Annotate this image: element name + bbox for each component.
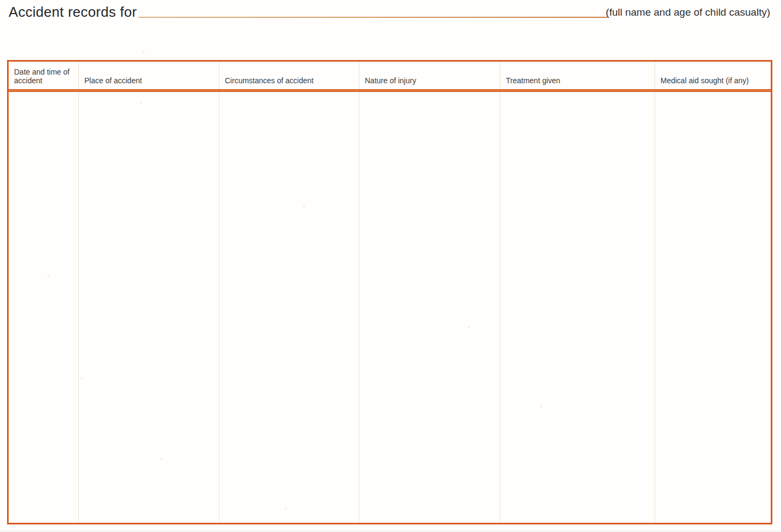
scan-speck <box>143 52 144 53</box>
body-cell-place[interactable] <box>79 92 219 523</box>
page-title: Accident records for <box>9 4 137 21</box>
header-label: Place of accident <box>84 76 142 85</box>
table-body-row <box>9 92 771 523</box>
body-cell-treatment[interactable] <box>500 92 655 523</box>
header-cell-nature-of-injury: Nature of injury <box>359 62 500 89</box>
header-cell-medical-aid: Medical aid sought (if any) <box>655 62 771 89</box>
body-cell-nature-of-injury[interactable] <box>359 92 500 523</box>
scan-edge-shading <box>0 529 781 532</box>
accident-records-table: Date and time of accident Place of accid… <box>7 60 772 524</box>
table-header-row: Date and time of accident Place of accid… <box>9 62 771 89</box>
body-cell-date-time[interactable] <box>9 92 79 523</box>
header-label: Medical aid sought (if any) <box>660 76 749 85</box>
header-label: Date and time of accident <box>14 68 73 85</box>
body-cell-medical-aid[interactable] <box>655 92 771 523</box>
name-fill-in-line[interactable] <box>138 17 608 18</box>
header-cell-place: Place of accident <box>79 62 219 89</box>
header-cell-circumstances: Circumstances of accident <box>219 62 359 89</box>
name-line-caption: (full name and age of child casualty) <box>606 6 770 18</box>
header-cell-treatment: Treatment given <box>500 62 655 89</box>
header-label: Circumstances of accident <box>225 76 313 85</box>
page: Accident records for (full name and age … <box>0 0 781 532</box>
header-label: Nature of injury <box>365 76 416 85</box>
header-cell-date-time: Date and time of accident <box>9 62 79 89</box>
header-label: Treatment given <box>506 76 560 85</box>
body-cell-circumstances[interactable] <box>219 92 359 523</box>
